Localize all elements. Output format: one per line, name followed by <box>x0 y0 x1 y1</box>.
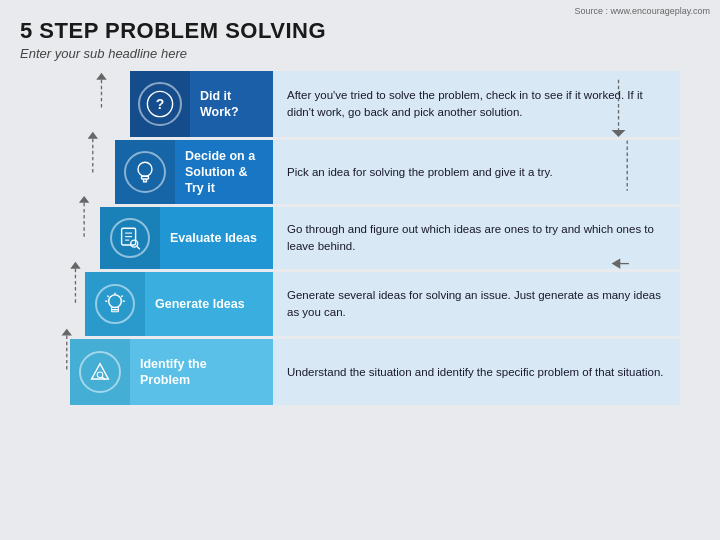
svg-text:?: ? <box>156 96 165 112</box>
svg-point-26 <box>131 240 138 247</box>
step-label-3: Evaluate Ideas <box>160 224 270 252</box>
step-row-3: Evaluate IdeasGo through and figure out … <box>70 207 680 269</box>
svg-line-30 <box>121 296 122 297</box>
step-desc-2: Pick an idea for solving the problem and… <box>270 140 680 204</box>
step-block-2: Decide on a Solution & Try it <box>115 140 270 204</box>
step-desc-3: Go through and figure out which ideas ar… <box>270 207 680 269</box>
step-desc-4: Generate several ideas for solving an is… <box>270 272 680 336</box>
svg-line-32 <box>107 296 108 297</box>
step-block-3: Evaluate Ideas <box>100 207 270 269</box>
step-label-5: Identify the Problem <box>130 350 270 395</box>
step-icon-2 <box>115 140 175 204</box>
step-icon-3 <box>100 207 160 269</box>
step-desc-5: Understand the situation and identify th… <box>270 339 680 405</box>
step-block-5: Identify the Problem <box>70 339 270 405</box>
step-row-2: Decide on a Solution & Try itPick an ide… <box>70 140 680 204</box>
step-icon-1: ? <box>130 71 190 137</box>
step-row-4: Generate IdeasGenerate several ideas for… <box>70 272 680 336</box>
step-row-1: ?Did it Work?After you've tried to solve… <box>70 71 680 137</box>
step-label-4: Generate Ideas <box>145 290 270 318</box>
svg-rect-18 <box>142 176 149 179</box>
step-block-1: ?Did it Work? <box>130 71 270 137</box>
svg-rect-35 <box>112 310 119 312</box>
svg-marker-36 <box>92 364 109 379</box>
svg-point-37 <box>97 372 103 378</box>
pyramid-container: ?Did it Work?After you've tried to solve… <box>20 71 700 405</box>
step-icon-4 <box>85 272 145 336</box>
step-icon-5 <box>70 339 130 405</box>
svg-point-17 <box>138 162 152 176</box>
step-label-2: Decide on a Solution & Try it <box>175 142 270 203</box>
svg-line-27 <box>137 246 140 249</box>
sub-title: Enter your sub headline here <box>20 46 700 61</box>
step-row-5: Identify the ProblemUnderstand the situa… <box>70 339 680 405</box>
step-block-4: Generate Ideas <box>85 272 270 336</box>
source-label: Source : www.encourageplay.com <box>575 6 710 16</box>
step-desc-1: After you've tried to solve the problem,… <box>270 71 680 137</box>
step-label-1: Did it Work? <box>190 82 270 127</box>
svg-point-28 <box>109 295 122 308</box>
main-title: 5 STEP PROBLEM SOLVING <box>20 18 700 44</box>
